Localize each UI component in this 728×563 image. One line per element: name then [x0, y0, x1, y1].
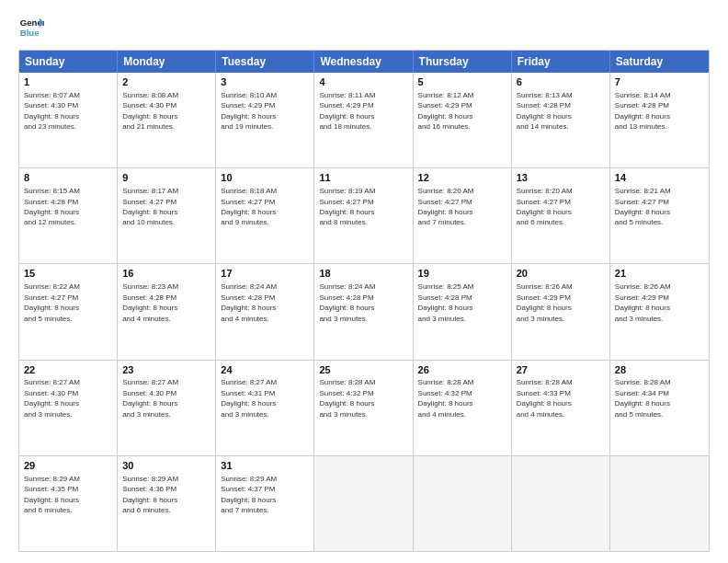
- day-info: Sunrise: 8:28 AM Sunset: 4:32 PM Dayligh…: [319, 378, 375, 418]
- day-number: 6: [517, 75, 605, 89]
- day-info: Sunrise: 8:29 AM Sunset: 4:35 PM Dayligh…: [24, 475, 80, 514]
- day-cell-22: 22Sunrise: 8:27 AM Sunset: 4:30 PM Dayli…: [19, 361, 118, 455]
- day-cell-27: 27Sunrise: 8:28 AM Sunset: 4:33 PM Dayli…: [512, 361, 610, 455]
- empty-cell: [414, 456, 512, 551]
- day-cell-10: 10Sunrise: 8:18 AM Sunset: 4:27 PM Dayli…: [216, 168, 314, 263]
- day-number: 2: [122, 75, 210, 89]
- day-cell-24: 24Sunrise: 8:27 AM Sunset: 4:31 PM Dayli…: [216, 361, 314, 455]
- page: General Blue SundayMondayTuesdayWednesda…: [0, 0, 728, 563]
- calendar-row-5: 29Sunrise: 8:29 AM Sunset: 4:35 PM Dayli…: [19, 455, 709, 551]
- day-cell-17: 17Sunrise: 8:24 AM Sunset: 4:28 PM Dayli…: [216, 264, 314, 359]
- day-cell-11: 11Sunrise: 8:19 AM Sunset: 4:27 PM Dayli…: [314, 168, 413, 263]
- day-cell-1: 1Sunrise: 8:07 AM Sunset: 4:30 PM Daylig…: [19, 73, 118, 167]
- day-info: Sunrise: 8:27 AM Sunset: 4:30 PM Dayligh…: [122, 378, 178, 418]
- calendar-row-3: 15Sunrise: 8:22 AM Sunset: 4:27 PM Dayli…: [19, 263, 709, 359]
- day-info: Sunrise: 8:28 AM Sunset: 4:34 PM Dayligh…: [615, 378, 671, 418]
- day-info: Sunrise: 8:11 AM Sunset: 4:29 PM Dayligh…: [319, 91, 375, 131]
- day-info: Sunrise: 8:18 AM Sunset: 4:27 PM Dayligh…: [221, 187, 277, 226]
- day-number: 12: [418, 171, 506, 185]
- day-cell-30: 30Sunrise: 8:29 AM Sunset: 4:36 PM Dayli…: [118, 456, 216, 551]
- day-cell-13: 13Sunrise: 8:20 AM Sunset: 4:27 PM Dayli…: [512, 168, 610, 263]
- empty-cell: [314, 456, 413, 551]
- day-cell-2: 2Sunrise: 8:08 AM Sunset: 4:30 PM Daylig…: [118, 73, 216, 167]
- day-number: 5: [418, 75, 506, 89]
- day-header-friday: Friday: [512, 51, 610, 73]
- day-number: 24: [221, 363, 309, 377]
- logo: General Blue: [18, 15, 48, 40]
- empty-cell: [512, 456, 610, 551]
- day-info: Sunrise: 8:20 AM Sunset: 4:27 PM Dayligh…: [517, 187, 573, 226]
- day-info: Sunrise: 8:07 AM Sunset: 4:30 PM Dayligh…: [24, 91, 80, 131]
- day-number: 1: [24, 75, 112, 89]
- calendar-row-2: 8Sunrise: 8:15 AM Sunset: 4:28 PM Daylig…: [19, 167, 709, 263]
- day-info: Sunrise: 8:17 AM Sunset: 4:27 PM Dayligh…: [122, 187, 178, 226]
- day-cell-9: 9Sunrise: 8:17 AM Sunset: 4:27 PM Daylig…: [118, 168, 216, 263]
- day-cell-3: 3Sunrise: 8:10 AM Sunset: 4:29 PM Daylig…: [216, 73, 314, 167]
- day-info: Sunrise: 8:22 AM Sunset: 4:27 PM Dayligh…: [24, 282, 80, 322]
- day-info: Sunrise: 8:20 AM Sunset: 4:27 PM Dayligh…: [418, 187, 474, 226]
- day-number: 21: [615, 267, 704, 281]
- day-cell-4: 4Sunrise: 8:11 AM Sunset: 4:29 PM Daylig…: [314, 73, 413, 167]
- day-info: Sunrise: 8:28 AM Sunset: 4:32 PM Dayligh…: [418, 378, 474, 418]
- day-number: 16: [122, 267, 210, 281]
- day-number: 11: [319, 171, 407, 185]
- day-info: Sunrise: 8:23 AM Sunset: 4:28 PM Dayligh…: [122, 282, 178, 322]
- day-cell-29: 29Sunrise: 8:29 AM Sunset: 4:35 PM Dayli…: [19, 456, 118, 551]
- calendar-body: 1Sunrise: 8:07 AM Sunset: 4:30 PM Daylig…: [19, 73, 709, 551]
- day-cell-18: 18Sunrise: 8:24 AM Sunset: 4:28 PM Dayli…: [314, 264, 413, 359]
- day-cell-12: 12Sunrise: 8:20 AM Sunset: 4:27 PM Dayli…: [414, 168, 512, 263]
- day-cell-28: 28Sunrise: 8:28 AM Sunset: 4:34 PM Dayli…: [610, 361, 709, 455]
- day-cell-16: 16Sunrise: 8:23 AM Sunset: 4:28 PM Dayli…: [118, 264, 216, 359]
- day-cell-19: 19Sunrise: 8:25 AM Sunset: 4:28 PM Dayli…: [414, 264, 512, 359]
- day-number: 25: [319, 363, 407, 377]
- day-number: 23: [122, 363, 210, 377]
- day-info: Sunrise: 8:21 AM Sunset: 4:27 PM Dayligh…: [615, 187, 671, 226]
- day-cell-7: 7Sunrise: 8:14 AM Sunset: 4:28 PM Daylig…: [610, 73, 709, 167]
- day-cell-15: 15Sunrise: 8:22 AM Sunset: 4:27 PM Dayli…: [19, 264, 118, 359]
- day-info: Sunrise: 8:29 AM Sunset: 4:36 PM Dayligh…: [122, 475, 178, 514]
- day-cell-14: 14Sunrise: 8:21 AM Sunset: 4:27 PM Dayli…: [610, 168, 709, 263]
- svg-text:Blue: Blue: [20, 28, 40, 38]
- day-number: 26: [418, 363, 506, 377]
- day-number: 9: [122, 171, 210, 185]
- day-header-thursday: Thursday: [414, 51, 512, 73]
- day-number: 8: [24, 171, 112, 185]
- day-header-sunday: Sunday: [19, 51, 118, 73]
- day-number: 20: [517, 267, 605, 281]
- day-number: 28: [615, 363, 704, 377]
- day-cell-5: 5Sunrise: 8:12 AM Sunset: 4:29 PM Daylig…: [414, 73, 512, 167]
- logo-icon: General Blue: [18, 15, 44, 40]
- day-header-saturday: Saturday: [610, 51, 709, 73]
- day-number: 29: [24, 459, 112, 473]
- header: General Blue: [18, 15, 710, 40]
- day-info: Sunrise: 8:14 AM Sunset: 4:28 PM Dayligh…: [615, 91, 671, 131]
- day-header-tuesday: Tuesday: [216, 51, 314, 73]
- day-number: 22: [24, 363, 112, 377]
- day-cell-25: 25Sunrise: 8:28 AM Sunset: 4:32 PM Dayli…: [314, 361, 413, 455]
- calendar-header: SundayMondayTuesdayWednesdayThursdayFrid…: [19, 51, 709, 73]
- empty-cell: [610, 456, 709, 551]
- day-info: Sunrise: 8:10 AM Sunset: 4:29 PM Dayligh…: [221, 91, 277, 131]
- day-info: Sunrise: 8:24 AM Sunset: 4:28 PM Dayligh…: [319, 282, 375, 322]
- calendar-row-1: 1Sunrise: 8:07 AM Sunset: 4:30 PM Daylig…: [19, 73, 709, 167]
- day-number: 31: [221, 459, 309, 473]
- day-cell-20: 20Sunrise: 8:26 AM Sunset: 4:29 PM Dayli…: [512, 264, 610, 359]
- day-cell-21: 21Sunrise: 8:26 AM Sunset: 4:29 PM Dayli…: [610, 264, 709, 359]
- day-cell-23: 23Sunrise: 8:27 AM Sunset: 4:30 PM Dayli…: [118, 361, 216, 455]
- day-info: Sunrise: 8:12 AM Sunset: 4:29 PM Dayligh…: [418, 91, 474, 131]
- day-info: Sunrise: 8:29 AM Sunset: 4:37 PM Dayligh…: [221, 475, 277, 514]
- day-number: 4: [319, 75, 407, 89]
- day-info: Sunrise: 8:25 AM Sunset: 4:28 PM Dayligh…: [418, 282, 474, 322]
- day-cell-6: 6Sunrise: 8:13 AM Sunset: 4:28 PM Daylig…: [512, 73, 610, 167]
- day-number: 13: [517, 171, 605, 185]
- calendar-row-4: 22Sunrise: 8:27 AM Sunset: 4:30 PM Dayli…: [19, 360, 709, 455]
- day-info: Sunrise: 8:08 AM Sunset: 4:30 PM Dayligh…: [122, 91, 178, 131]
- day-cell-31: 31Sunrise: 8:29 AM Sunset: 4:37 PM Dayli…: [216, 456, 314, 551]
- day-info: Sunrise: 8:19 AM Sunset: 4:27 PM Dayligh…: [319, 187, 375, 226]
- day-number: 17: [221, 267, 309, 281]
- day-info: Sunrise: 8:27 AM Sunset: 4:30 PM Dayligh…: [24, 378, 80, 418]
- day-info: Sunrise: 8:26 AM Sunset: 4:29 PM Dayligh…: [517, 282, 573, 322]
- day-header-wednesday: Wednesday: [314, 51, 413, 73]
- day-number: 3: [221, 75, 309, 89]
- day-number: 7: [615, 75, 704, 89]
